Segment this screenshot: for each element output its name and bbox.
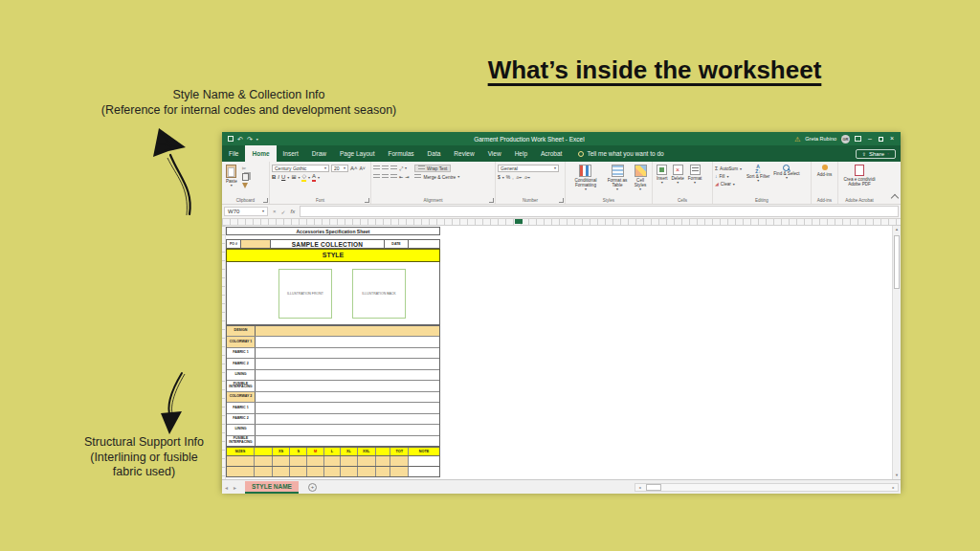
collection-cell[interactable]: SAMPLE COLLECTION — [271, 240, 385, 248]
borders-icon[interactable]: ⊞ — [291, 174, 296, 181]
row-value-cell[interactable] — [256, 381, 439, 390]
accounting-format-icon[interactable]: $ — [498, 174, 501, 181]
percent-style-icon[interactable]: % — [506, 174, 510, 181]
tab-view[interactable]: View — [481, 145, 508, 162]
align-left-icon[interactable] — [373, 174, 380, 180]
row-label-cell[interactable]: FUSIBLE INTERFACING — [227, 381, 256, 390]
size-data-cell[interactable] — [255, 456, 273, 466]
comma-style-icon[interactable]: , — [512, 174, 513, 181]
format-painter-icon[interactable] — [242, 183, 248, 188]
size-data-cell[interactable] — [376, 467, 391, 476]
avatar[interactable]: GR — [841, 135, 850, 143]
row-value-cell[interactable] — [256, 392, 439, 402]
align-center-icon[interactable] — [382, 174, 389, 180]
size-header-cell[interactable]: XXL — [358, 448, 376, 455]
conditional-formatting-button[interactable]: Conditional Formatting ▾ — [568, 164, 604, 195]
formula-input[interactable] — [300, 206, 899, 217]
size-header-cell[interactable] — [255, 448, 273, 455]
row-value-cell[interactable] — [256, 425, 439, 434]
tab-home[interactable]: Home — [245, 145, 276, 162]
size-data-cell[interactable] — [227, 456, 255, 466]
cell-styles-button[interactable]: Cell Styles ▾ — [631, 164, 650, 195]
sheet-nav-left-icon[interactable]: ◂ — [222, 484, 231, 491]
delete-cells-button[interactable]: Delete ▾ — [670, 164, 686, 195]
scroll-up-icon[interactable]: ▲ — [893, 226, 901, 233]
share-button[interactable]: ⇪ Share ▾ — [856, 149, 896, 159]
vertical-scrollbar[interactable]: ▲ ▼ — [892, 226, 901, 479]
row-value-cell[interactable] — [256, 414, 439, 424]
size-data-cell[interactable] — [358, 456, 376, 466]
size-header-cell[interactable]: XL — [341, 448, 358, 455]
po-value-cell[interactable] — [241, 240, 271, 248]
dialog-launcher-icon[interactable] — [559, 198, 564, 203]
merge-centre-button[interactable]: Merge & Centre ▾ — [414, 173, 459, 181]
size-header-cell[interactable]: M — [307, 448, 324, 455]
tab-page-layout[interactable]: Page Layout — [333, 145, 382, 162]
cut-icon[interactable]: ✂ — [242, 165, 249, 171]
scroll-left-icon[interactable]: ◂ — [635, 484, 644, 491]
row-value-cell[interactable] — [256, 359, 439, 368]
sort-filter-button[interactable]: AZ↓ Sort & Filter ▾ — [745, 164, 771, 195]
undo-icon[interactable]: ↶ — [237, 136, 243, 143]
size-data-cell[interactable] — [341, 456, 358, 466]
fill-color-icon[interactable]: ◇ — [301, 173, 306, 182]
tab-insert[interactable]: Insert — [277, 145, 305, 162]
size-data-cell[interactable] — [409, 467, 439, 476]
horizontal-scrollbar[interactable]: ◂ ▸ — [635, 483, 899, 492]
size-header-cell[interactable]: SIZES — [227, 448, 255, 455]
restore-button[interactable] — [879, 137, 883, 142]
bold-button[interactable]: B — [272, 174, 276, 181]
size-data-cell[interactable] — [290, 467, 307, 476]
italic-button[interactable]: I — [278, 174, 279, 181]
format-cells-button[interactable]: Format ▾ — [686, 164, 704, 195]
size-data-cell[interactable] — [307, 467, 324, 476]
row-label-cell[interactable]: FABRIC 2 — [227, 359, 256, 368]
font-color-icon[interactable]: A — [312, 173, 316, 182]
size-data-cell[interactable] — [390, 456, 409, 466]
font-size-select[interactable]: 20 ▾ — [331, 165, 348, 172]
wrap-text-button[interactable]: Wrap Text — [414, 165, 451, 172]
collapse-ribbon-icon[interactable] — [891, 194, 899, 202]
ribbon-display-options-icon[interactable] — [855, 136, 861, 142]
tell-me-box[interactable]: Tell me what you want to do — [578, 145, 663, 162]
align-right-icon[interactable] — [390, 174, 397, 180]
spec-sheet-title[interactable]: Accessories Specification Sheet — [226, 227, 440, 235]
size-header-cell[interactable]: TOT — [390, 448, 409, 455]
scroll-right-icon[interactable]: ▸ — [889, 484, 898, 491]
horizontal-scroll-thumb[interactable] — [646, 484, 661, 491]
decrease-font-icon[interactable]: A˅ — [360, 165, 366, 172]
size-data-cell[interactable] — [341, 467, 358, 476]
row-label-cell[interactable]: FUSIBLE INTERFACING — [227, 436, 256, 446]
tab-draw[interactable]: Draw — [305, 145, 333, 162]
increase-font-icon[interactable]: A˄ — [350, 165, 358, 172]
row-label-cell[interactable]: FABRIC 2 — [227, 414, 256, 424]
size-data-cell[interactable] — [358, 467, 376, 476]
size-data-cell[interactable] — [255, 467, 273, 476]
row-value-cell[interactable] — [256, 348, 439, 358]
size-header-cell[interactable]: XS — [273, 448, 291, 455]
dialog-launcher-icon[interactable] — [489, 198, 494, 203]
size-header-cell[interactable]: NOTE — [409, 448, 439, 455]
cancel-icon[interactable]: × — [273, 209, 277, 215]
underline-button[interactable]: U — [281, 174, 285, 181]
size-header-cell[interactable]: S — [290, 448, 307, 455]
po-label-cell[interactable]: PO # — [227, 240, 241, 248]
row-value-cell[interactable] — [256, 403, 439, 412]
size-data-cell[interactable] — [390, 467, 409, 476]
size-data-cell[interactable] — [376, 456, 391, 466]
caret-down-icon[interactable]: ▾ — [256, 136, 258, 143]
fill-button[interactable]: ↓ Fill ▾ — [715, 173, 742, 180]
row-value-cell[interactable] — [256, 370, 439, 380]
row-label-cell[interactable]: DESIGN — [227, 326, 256, 336]
save-icon[interactable] — [228, 136, 234, 142]
size-data-cell[interactable] — [227, 467, 255, 476]
size-header-cell[interactable] — [376, 448, 391, 455]
adobe-pdf-button[interactable]: Crea e condividi Adobe PDF — [840, 164, 879, 187]
row-label-cell[interactable]: FABRIC 1 — [227, 403, 256, 412]
sheet-nav-right-icon[interactable]: ▸ — [231, 484, 239, 491]
user-name[interactable]: Greta Rubino — [805, 136, 836, 142]
align-bottom-icon[interactable] — [390, 165, 397, 171]
row-value-cell[interactable] — [256, 337, 439, 346]
copy-icon[interactable] — [242, 173, 249, 181]
enter-icon[interactable]: ✓ — [281, 209, 286, 215]
